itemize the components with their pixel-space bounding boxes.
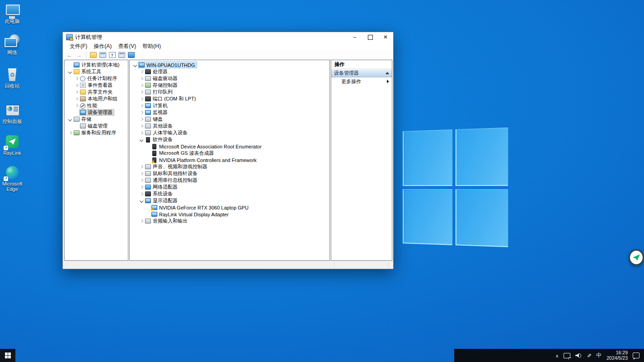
device-tree-item[interactable]: 端口 (COM 和 LPT) [130,95,329,102]
device-tree-item[interactable]: 打印队列 [130,89,329,95]
device-tree-item-core[interactable]: 系统设备 [144,191,174,197]
device-tree-item-core[interactable]: 网络适配器 [144,184,179,191]
device-tree-item[interactable]: 系统设备 [130,191,329,197]
show-action-pane-button[interactable] [118,52,126,59]
clock[interactable]: 16:29 2024/5/23 [606,350,628,361]
device-tree-item[interactable]: NVIDIA Platform Controllers and Framewor… [130,157,329,163]
collapse-arrow-icon[interactable] [385,72,389,74]
device-tree-item-core[interactable]: 通用串行总线控制器 [144,177,199,184]
expand-chevron-icon[interactable] [139,191,144,197]
expand-chevron-icon[interactable] [139,83,144,88]
device-tree-item-core[interactable]: 软件设备 [144,136,174,143]
collapse-chevron-icon[interactable] [132,62,138,68]
console-tree-item[interactable]: 设备管理器 [65,109,128,116]
console-tree-item-core[interactable]: 计算机管理(本地) [73,62,121,68]
device-tree-item-core[interactable]: 处理器 [144,68,169,75]
hidden-icons-chevron-icon[interactable]: ∧ [555,353,559,358]
device-tree-item[interactable]: 软件设备 [130,136,329,143]
forward-button[interactable]: → [75,52,83,59]
device-tree-item[interactable]: 磁盘驱动器 [130,75,329,82]
device-tree-item[interactable]: 音频输入和输出 [130,218,329,224]
device-tree-item-core[interactable]: WIN-0PUAO1UTHDG [138,62,197,68]
help-button[interactable]: ? [108,52,116,59]
console-tree-item[interactable]: 任务计划程序 [65,75,128,82]
expand-chevron-icon[interactable] [139,171,144,176]
console-tree-item[interactable]: 磁盘管理 [65,123,128,129]
maximize-button[interactable] [362,32,378,42]
device-tree-item-core[interactable]: 人体学输入设备 [144,129,189,136]
desktop-icon-raylink[interactable]: ↗RayLink [1,135,24,156]
console-tree-item[interactable]: 计算机管理(本地) [65,62,128,68]
expand-chevron-icon[interactable] [74,90,79,95]
device-tree-item-core[interactable]: 声音、视频和游戏控制器 [144,163,209,170]
collapse-chevron-icon[interactable] [67,117,73,122]
console-tree-item-core[interactable]: 任务计划程序 [79,75,119,82]
console-tree-item[interactable]: 本地用户和组 [65,95,128,102]
collapse-chevron-icon[interactable] [67,69,73,75]
expand-chevron-icon[interactable] [139,90,144,95]
back-button[interactable]: ← [66,52,74,59]
device-tree-item[interactable]: Microsoft GS 波表合成器 [130,150,329,157]
menu-帮助H[interactable]: 帮助(H) [139,42,164,51]
console-tree-item-core[interactable]: 存储 [73,116,93,123]
pen-ink-tray-icon[interactable]: ✎ [586,353,592,357]
expand-chevron-icon[interactable] [139,103,144,109]
device-tree-item[interactable]: RayLink Virtual Display Adapter [130,211,329,218]
device-tree-item-core[interactable]: 计算机 [144,102,169,109]
title-bar[interactable]: 计算机管理 – ✕ [63,32,393,42]
menu-查看V[interactable]: 查看(V) [115,42,139,51]
console-tree-item[interactable]: 系统工具 [65,68,128,75]
expand-chevron-icon[interactable] [139,96,144,102]
actions-group-device-manager[interactable]: 设备管理器 [331,69,392,77]
device-tree-item[interactable]: WIN-0PUAO1UTHDG [130,62,329,68]
show-console-tree-button[interactable] [89,52,97,59]
console-tree-item-core[interactable]: 事件查看器 [79,82,114,89]
console-tree-item[interactable]: 共享文件夹 [65,89,128,95]
device-tree-item[interactable]: Microsoft Device Association Root Enumer… [130,143,329,150]
device-tree-item-core[interactable]: 监视器 [144,109,169,116]
device-tree-item[interactable]: 处理器 [130,68,329,75]
menu-文件F[interactable]: 文件(F) [66,42,90,51]
console-tree-item-core[interactable]: 服务和应用程序 [73,129,118,136]
device-tree-item-core[interactable]: 存储控制器 [144,82,179,89]
menu-操作A[interactable]: 操作(A) [90,42,115,51]
console-tree-item-core[interactable]: 系统工具 [73,68,103,75]
expand-chevron-icon[interactable] [139,130,144,136]
desktop-icon-control-panel[interactable]: 控制面板 [1,103,24,124]
console-tree-item-core[interactable]: 性能 [79,102,99,109]
device-tree-item-core[interactable]: NVIDIA GeForce RTX 3060 Laptop GPU [150,204,250,211]
device-tree-item-core[interactable]: 打印队列 [144,89,174,95]
expand-chevron-icon[interactable] [74,96,79,102]
device-tree-item[interactable]: 通用串行总线控制器 [130,177,329,184]
device-tree-item[interactable]: 声音、视频和游戏控制器 [130,163,329,170]
expand-chevron-icon[interactable] [139,178,144,183]
console-window-button[interactable] [127,52,135,59]
device-tree-item-core[interactable]: 磁盘驱动器 [144,75,179,82]
device-tree-item[interactable]: 人体学输入设备 [130,129,329,136]
ime-indicator[interactable]: 中 [596,352,602,359]
device-tree-item[interactable]: 鼠标和其他指针设备 [130,170,329,177]
device-tree-item[interactable]: 网络适配器 [130,184,329,191]
device-tree-item[interactable]: 计算机 [130,102,329,109]
device-tree-item-core[interactable]: 鼠标和其他指针设备 [144,170,199,177]
start-button[interactable] [0,349,15,362]
device-tree-item[interactable]: NVIDIA GeForce RTX 3060 Laptop GPU [130,204,329,211]
expand-chevron-icon[interactable] [139,110,144,115]
network-tray-icon[interactable] [564,353,570,358]
desktop-icon-network[interactable]: 网络 [1,34,24,55]
expand-chevron-icon[interactable] [139,219,144,224]
console-tree-item-core[interactable]: 本地用户和组 [79,95,119,102]
more-actions-item[interactable]: 更多操作 [331,77,392,86]
collapse-chevron-icon[interactable] [139,198,144,204]
device-tree-item-core[interactable]: 键盘 [144,116,165,123]
console-tree-item-core[interactable]: 磁盘管理 [79,123,109,129]
minimize-button[interactable]: – [347,32,362,42]
device-tree-item-core[interactable]: NVIDIA Platform Controllers and Framewor… [150,157,259,163]
expand-chevron-icon[interactable] [139,124,144,129]
expand-chevron-icon[interactable] [139,76,144,81]
device-tree-item-core[interactable]: RayLink Virtual Display Adapter [150,211,230,218]
device-tree-item[interactable]: 其他设备 [130,123,329,129]
expand-chevron-icon[interactable] [74,103,79,109]
expand-chevron-icon[interactable] [139,185,144,190]
desktop-icon-recycle-bin[interactable]: ♻回收站 [1,68,24,89]
